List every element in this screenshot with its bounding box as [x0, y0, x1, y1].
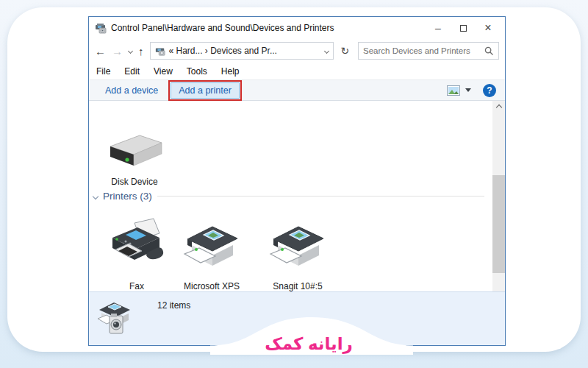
watermark-logo: رایانه کمک — [243, 334, 375, 354]
printer-item-microsoft-xps[interactable]: Microsoft XPS — [171, 217, 253, 291]
search-input[interactable] — [363, 46, 484, 55]
device-item-disk-device[interactable]: Disk Device — [93, 132, 176, 187]
search-box[interactable] — [358, 42, 499, 60]
change-view-icon[interactable] — [447, 85, 460, 96]
menu-help[interactable]: Help — [221, 66, 240, 77]
up-button[interactable]: ↑ — [138, 46, 144, 57]
device-label: Disk Device — [93, 177, 176, 187]
menu-file[interactable]: File — [96, 66, 110, 77]
menu-view[interactable]: View — [154, 66, 173, 77]
group-header-rule — [157, 196, 484, 197]
add-a-printer-button[interactable]: Add a printer — [171, 82, 240, 99]
collapse-chevron-icon[interactable] — [93, 193, 98, 199]
printer-item-snagit[interactable]: Snagit 10#:5 — [257, 217, 339, 291]
vertical-scrollbar[interactable] — [492, 101, 505, 291]
search-icon — [484, 46, 494, 56]
items-count: 12 items — [157, 300, 190, 311]
add-a-device-button[interactable]: Add a device — [98, 83, 165, 98]
printer-label: Fax — [96, 281, 178, 291]
items-view: Disk Device Printers (3) Fax — [89, 101, 505, 291]
menu-tools[interactable]: Tools — [187, 66, 207, 77]
minimize-button[interactable]: – — [426, 18, 451, 38]
close-button[interactable]: × — [476, 18, 501, 38]
scrollbar-thumb[interactable] — [492, 175, 505, 273]
scroll-up-icon — [495, 104, 501, 110]
printer-label: Microsoft XPS — [171, 281, 253, 291]
devices-and-printers-icon — [95, 22, 107, 34]
printer-icon — [265, 217, 331, 276]
address-bar[interactable]: « Hard... › Devices and Pr... — [150, 42, 334, 60]
disk-device-icon — [103, 132, 166, 171]
menu-edit[interactable]: Edit — [124, 66, 140, 77]
scrollbar-up-button[interactable] — [492, 101, 505, 113]
window-title: Control Panel\Hardware and Sound\Devices… — [111, 23, 426, 33]
breadcrumb[interactable]: « Hard... › Devices and Pr... — [169, 46, 321, 56]
maximize-button[interactable] — [451, 18, 476, 38]
refresh-button[interactable]: ↻ — [340, 45, 351, 57]
devices-collection-icon — [95, 297, 136, 341]
address-dropdown-chevron-icon[interactable] — [323, 48, 329, 53]
help-button[interactable]: ? — [483, 84, 496, 97]
recent-pages-chevron-icon[interactable] — [128, 48, 133, 53]
maximize-icon — [460, 25, 467, 32]
printer-label: Snagit 10#:5 — [257, 281, 339, 291]
group-header-label: Printers (3) — [103, 191, 152, 202]
view-dropdown-arrow-icon[interactable] — [465, 88, 471, 92]
back-button[interactable]: ← — [95, 46, 106, 57]
navigation-bar: ← → ↑ « Hard... › Devices and Pr... ↻ — [89, 39, 505, 63]
red-annotation-box: Add a printer — [168, 80, 242, 101]
command-toolbar: Add a device Add a printer ? — [89, 79, 505, 101]
printer-icon — [179, 217, 245, 276]
fax-icon — [104, 217, 170, 276]
printer-item-fax[interactable]: Fax — [96, 217, 178, 291]
menu-bar: File Edit View Tools Help — [89, 63, 505, 79]
devices-and-printers-window: Control Panel\Hardware and Sound\Devices… — [88, 16, 506, 346]
printers-group-header[interactable]: Printers (3) — [93, 191, 484, 202]
title-bar: Control Panel\Hardware and Sound\Devices… — [89, 17, 505, 39]
forward-button[interactable]: → — [112, 46, 123, 57]
address-location-icon — [155, 46, 165, 56]
